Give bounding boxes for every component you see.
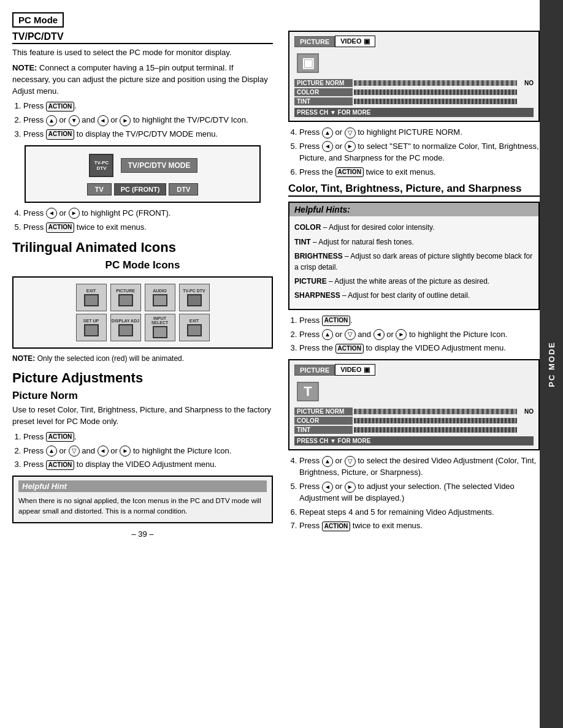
picture-norm-subtitle: Picture Norm (12, 390, 273, 402)
up-icon-ct2: ▲ (322, 456, 333, 467)
down-icon-ct: ▽ (345, 329, 356, 340)
screen-tab-picture-b: PICTURE (294, 365, 335, 376)
sidebar-label: PC MODE (547, 341, 556, 387)
down-icon-ct2: ▽ (345, 456, 356, 467)
screen-tabs-bottom: PICTURE VIDEO ▣ (294, 364, 534, 376)
tv-pc-dtv-steps: Press ACTION. Press ▲ or ▼ and ◄ or ► to… (23, 100, 273, 140)
pc-mode-icons-subtitle: PC Mode Icons (12, 259, 273, 271)
left-icon-3: ◄ (98, 446, 109, 457)
tvpcdtv-mode-screen: TV-PCDTV TV/PC/DTV MODE TV PC (FRONT) DT… (25, 145, 261, 203)
tv-label: TV (87, 183, 112, 195)
icon-picture: PICTURE (110, 284, 141, 311)
left-icon-ct2: ◄ (322, 482, 333, 493)
press-more-bottom: PRESS CH ▼ FOR MORE (294, 436, 534, 446)
right-step-4: Press ▲ or ▽ to highlight PICTURE NORM. (299, 127, 540, 138)
step-5: Press ACTION twice to exit menus. (23, 222, 273, 233)
icon-exit: EXIT (76, 284, 107, 311)
color-tint-title: Color, Tint, Brightness, Picture, and Sh… (288, 183, 540, 197)
pc-mode-badge: PC Mode (12, 12, 273, 31)
right-icon-r: ► (345, 141, 356, 152)
icons-row-1: EXIT PICTURE AUDIO TV-PC DTV (20, 284, 266, 311)
screen-icon-bottom: T (297, 382, 319, 401)
action-btn-r: ACTION (335, 167, 364, 178)
ct-step-2: Press ▲ or ▽ and ◄ or ► to highlight the… (299, 329, 540, 341)
pic-step-3: Press ACTION to display the VIDEO Adjust… (23, 459, 273, 471)
right-icon: ► (120, 115, 131, 126)
ct-step-6: Repeat steps 4 and 5 for remaining Video… (299, 507, 540, 518)
right-steps-1: Press ▲ or ▽ to highlight PICTURE NORM. … (299, 127, 540, 178)
right-icon-ct2: ► (345, 482, 356, 493)
action-btn-4: ACTION (46, 432, 74, 442)
pic-step-1: Press ACTION. (23, 431, 273, 443)
step-4: Press ◄ or ► to highlight PC (FRONT). (23, 208, 273, 219)
helpful-hint-body: When there is no signal applied, the Ico… (18, 496, 267, 516)
tv-pc-dtv-body: This feature is used to select the PC mo… (12, 47, 273, 59)
action-btn-5: ACTION (46, 460, 74, 471)
sidebar-pc-mode: PC MODE (540, 0, 563, 728)
hint-sharpness: SHARPNESS – Adjust for best clarity of o… (294, 290, 534, 301)
screen-tabs-top: PICTURE VIDEO ▣ (294, 36, 534, 47)
action-btn-ct1: ACTION (322, 316, 350, 326)
step-1: Press ACTION. (23, 100, 273, 112)
right-step-5: Press ◄ or ► to select "SET" to normaliz… (299, 141, 540, 164)
helpful-hint-header: Helpful Hint (18, 480, 267, 492)
page-number: – 39 – (12, 529, 273, 539)
ct-step-1: Press ACTION. (299, 315, 540, 327)
screen-rows-top: PICTURE NORM NO COLOR TINT PRESS CH ▼ FO… (294, 79, 534, 117)
action-btn-2: ACTION (46, 129, 74, 140)
screen-box-top: PICTURE VIDEO ▣ ▣ PICTURE NORM NO COLOR (288, 31, 540, 122)
mode-label: TV/PC/DTV MODE (121, 158, 197, 173)
helpful-hints-box: Helpful Hints: COLOR – Adjust for desire… (288, 202, 540, 309)
left-icon-ct: ◄ (373, 329, 385, 340)
tv-pc-dtv-title: TV/PC/DTV (12, 31, 273, 44)
hint-brightness: BRIGHTNESS – Adjust so dark areas of pic… (294, 251, 534, 273)
action-btn-3: ACTION (46, 222, 74, 233)
row-color-b: COLOR (294, 417, 534, 425)
ct-step-7: Press ACTION twice to exit menus. (299, 520, 540, 532)
up-icon-r: ▲ (322, 127, 333, 138)
down-icon-r: ▽ (345, 127, 356, 138)
dtv-label: DTV (169, 183, 198, 195)
screen-tab-video: VIDEO ▣ (335, 36, 375, 47)
color-tint-steps: Press ACTION. Press ▲ or ▽ and ◄ or ► to… (299, 315, 540, 355)
icon-tvpcdtv: TV-PC DTV (179, 284, 210, 311)
trilingual-title: Trilingual Animated Icons (12, 240, 273, 256)
tv-pc-dtv-row: TV PC (FRONT) DTV (32, 183, 253, 195)
mode-icon: TV-PCDTV (89, 154, 113, 177)
icons-row-2: SET UP DISPLAY ADJ INPUT SELECT EXIT (20, 314, 266, 341)
screen-tab-picture: PICTURE (294, 36, 335, 47)
step-3: Press ACTION to display the TV/PC/DTV MO… (23, 129, 273, 140)
picture-norm-steps: Press ACTION. Press ▲ or ▽ and ◄ or ► to… (23, 431, 273, 471)
helpful-hints-header: Helpful Hints: (289, 203, 538, 216)
row-tint: TINT (294, 97, 534, 105)
up-icon-ct: ▲ (322, 329, 333, 340)
down-icon: ▼ (69, 115, 80, 126)
ct-steps-cont: Press ▲ or ▽ to select the desired Video… (299, 455, 540, 532)
pc-mode-icons-grid: EXIT PICTURE AUDIO TV-PC DTV S (12, 276, 273, 349)
hint-picture: PICTURE – Adjust the white areas of the … (294, 276, 534, 287)
up-icon-2: ▲ (46, 446, 57, 457)
helpful-hints-body: COLOR – Adjust for desired color intensi… (289, 219, 538, 308)
left-icon-r: ◄ (322, 141, 333, 152)
row-picture-norm: PICTURE NORM NO (294, 79, 534, 87)
row-picture-norm-b: PICTURE NORM NO (294, 408, 534, 415)
step-2: Press ▲ or ▼ and ◄ or ► to highlight the… (23, 115, 273, 126)
ct-step-5: Press ◄ or ► to adjust your selection. (… (299, 481, 540, 504)
up-icon: ▲ (46, 115, 57, 126)
action-btn-ct3: ACTION (322, 521, 350, 532)
tv-pc-dtv-steps-cont: Press ◄ or ► to highlight PC (FRONT). Pr… (23, 208, 273, 233)
icon-input-select: INPUT SELECT (145, 314, 175, 341)
helpful-hint-box: Helpful Hint When there is no signal app… (12, 476, 273, 523)
ct-step-4: Press ▲ or ▽ to select the desired Video… (299, 455, 540, 479)
right-icon-ct: ► (396, 329, 407, 340)
hint-color: COLOR – Adjust for desired color intensi… (294, 222, 534, 233)
right-icon-3: ► (120, 446, 131, 457)
tv-pc-dtv-note: NOTE: Connect a computer having a 15–pin… (12, 63, 273, 97)
down-icon-2: ▽ (69, 446, 80, 457)
picture-norm-body: Use to reset Color, Tint, Brightness, Pi… (12, 404, 273, 428)
icon-audio: AUDIO (145, 284, 175, 311)
hint-tint: TINT – Adjust for natural flesh tones. (294, 237, 534, 248)
right-icon-2: ► (69, 208, 80, 219)
row-color: COLOR (294, 88, 534, 96)
action-btn-ct2: ACTION (335, 344, 364, 354)
